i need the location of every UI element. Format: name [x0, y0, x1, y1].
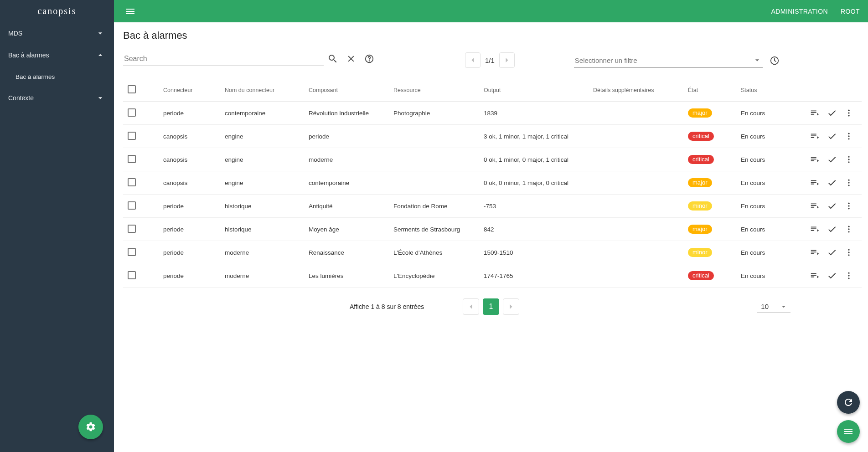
settings-fab-button[interactable] — [78, 415, 103, 439]
cell-ressource: Fondation de Rome — [390, 195, 480, 218]
playlist-icon — [810, 108, 820, 118]
th-etat[interactable]: État — [684, 79, 737, 102]
cell-nom-connecteur: moderne — [221, 264, 305, 288]
cell-connecteur: periode — [160, 241, 221, 264]
footer-pager-page-1[interactable]: 1 — [483, 298, 499, 315]
playlist-icon — [810, 201, 820, 211]
cell-etat: critical — [684, 264, 737, 288]
row-action-list-button[interactable] — [810, 271, 820, 281]
pager-prev-button[interactable] — [465, 52, 480, 68]
svg-point-17 — [848, 208, 849, 209]
row-action-ack-button[interactable] — [827, 201, 837, 211]
footer-pager-prev[interactable] — [463, 298, 479, 315]
th-composant[interactable]: Composant — [305, 79, 390, 102]
th-status[interactable]: Status — [737, 79, 791, 102]
table-row[interactable]: periode historique Moyen âge Serments de… — [123, 218, 862, 241]
state-badge: major — [688, 108, 712, 118]
row-action-more-button[interactable] — [844, 108, 853, 118]
more-vert-icon — [844, 132, 853, 141]
row-action-more-button[interactable] — [844, 201, 853, 211]
th-output[interactable]: Output — [480, 79, 589, 102]
footer-pager-next[interactable] — [503, 298, 519, 315]
row-action-list-button[interactable] — [810, 131, 820, 141]
th-nom-connecteur[interactable]: Nom du connecteur — [221, 79, 305, 102]
row-action-list-button[interactable] — [810, 247, 820, 257]
cell-status: En cours — [737, 148, 791, 171]
row-actions — [795, 201, 853, 211]
sidebar-item-mds[interactable]: MDS — [0, 22, 114, 44]
filter-select[interactable]: Selectionner un filtre — [574, 53, 763, 68]
row-checkbox[interactable] — [128, 178, 136, 186]
table-row[interactable]: periode historique Antiquité Fondation d… — [123, 195, 862, 218]
menu-fab-button[interactable] — [837, 420, 860, 443]
row-checkbox[interactable] — [128, 248, 136, 256]
svg-point-9 — [848, 156, 849, 158]
table-row[interactable]: canopsis engine periode 3 ok, 1 minor, 1… — [123, 125, 862, 148]
page-size-select[interactable]: 10 — [757, 301, 790, 313]
more-vert-icon — [844, 178, 853, 187]
row-action-more-button[interactable] — [844, 225, 853, 234]
row-action-list-button[interactable] — [810, 154, 820, 164]
row-action-more-button[interactable] — [844, 132, 853, 141]
footer-pager: 1 — [463, 298, 519, 315]
cell-output: 0 ok, 0 minor, 1 major, 0 critical — [480, 171, 589, 195]
search-input[interactable] — [123, 52, 324, 66]
administration-link[interactable]: ADMINISTRATION — [771, 8, 828, 15]
svg-point-25 — [848, 275, 849, 276]
row-action-ack-button[interactable] — [827, 154, 837, 164]
row-action-ack-button[interactable] — [827, 247, 837, 257]
cell-ressource — [390, 125, 480, 148]
search-help-button[interactable] — [360, 50, 378, 68]
row-checkbox[interactable] — [128, 155, 136, 163]
topbar: ADMINISTRATION ROOT — [114, 0, 868, 22]
row-action-more-button[interactable] — [844, 248, 853, 257]
table-row[interactable]: canopsis engine moderne 0 ok, 1 minor, 0… — [123, 148, 862, 171]
cell-details — [589, 264, 684, 288]
row-action-ack-button[interactable] — [827, 108, 837, 118]
menu-toggle-button[interactable] — [122, 3, 139, 20]
th-connecteur[interactable]: Connecteur — [160, 79, 221, 102]
pager-next-button[interactable] — [499, 52, 515, 68]
row-action-more-button[interactable] — [844, 155, 853, 164]
row-checkbox[interactable] — [128, 271, 136, 279]
alarms-table: Connecteur Nom du connecteur Composant R… — [123, 79, 862, 288]
select-all-checkbox[interactable] — [128, 85, 136, 93]
row-checkbox[interactable] — [128, 108, 136, 117]
row-action-list-button[interactable] — [810, 224, 820, 234]
th-ressource[interactable]: Ressource — [390, 79, 480, 102]
sidebar-item-bac-a-alarmes[interactable]: Bac à alarmes — [0, 44, 114, 66]
row-checkbox[interactable] — [128, 201, 136, 210]
row-action-list-button[interactable] — [810, 201, 820, 211]
cell-composant: contemporaine — [305, 171, 390, 195]
row-action-ack-button[interactable] — [827, 131, 837, 141]
row-action-ack-button[interactable] — [827, 178, 837, 188]
table-row[interactable]: periode contemporaine Révolution industr… — [123, 102, 862, 125]
row-action-ack-button[interactable] — [827, 224, 837, 234]
refresh-fab-button[interactable] — [837, 391, 860, 414]
table-row[interactable]: canopsis engine contemporaine 0 ok, 0 mi… — [123, 171, 862, 195]
cell-composant: moderne — [305, 148, 390, 171]
sidebar-item-contexte[interactable]: Contexte — [0, 87, 114, 109]
check-icon — [827, 271, 837, 281]
state-badge: major — [688, 178, 712, 187]
clear-search-button[interactable] — [342, 50, 360, 68]
brand-logo: canopsis — [0, 0, 114, 22]
search-button[interactable] — [324, 50, 342, 68]
row-action-ack-button[interactable] — [827, 271, 837, 281]
state-badge: minor — [688, 201, 712, 211]
table-row[interactable]: periode moderne Les lumières L'Encyclopé… — [123, 264, 862, 288]
row-action-more-button[interactable] — [844, 178, 853, 187]
row-action-list-button[interactable] — [810, 108, 820, 118]
toolbar: 1/1 Selectionner un filtre — [123, 46, 859, 71]
row-checkbox[interactable] — [128, 225, 136, 233]
table-row[interactable]: periode moderne Renaissance L'École d'At… — [123, 241, 862, 264]
row-action-more-button[interactable] — [844, 271, 853, 280]
th-details[interactable]: Détails supplémentaires — [589, 79, 684, 102]
cell-nom-connecteur: historique — [221, 218, 305, 241]
svg-point-18 — [848, 226, 849, 227]
row-action-list-button[interactable] — [810, 178, 820, 188]
sidebar-item-bac-a-alarmes-child[interactable]: Bac à alarmes — [0, 66, 114, 87]
filter-history-button[interactable] — [765, 56, 784, 66]
row-checkbox[interactable] — [128, 132, 136, 140]
root-link[interactable]: ROOT — [841, 8, 860, 15]
